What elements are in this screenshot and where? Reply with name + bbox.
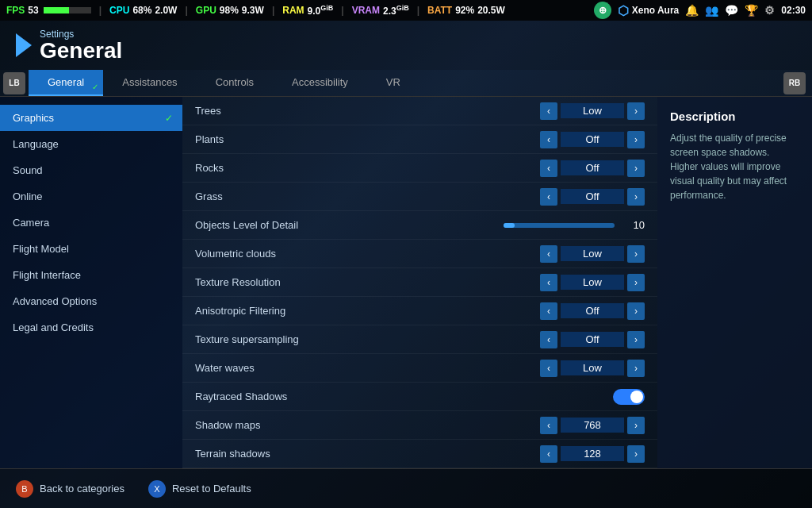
header-arrow-icon — [16, 33, 32, 57]
sidebar-item-flight-model[interactable]: Flight Model — [0, 236, 182, 262]
plants-next-btn[interactable]: › — [627, 131, 645, 148]
achievements-icon[interactable]: 🏆 — [745, 4, 758, 17]
chat-icon[interactable]: 💬 — [725, 4, 738, 17]
time: 02:30 — [781, 5, 806, 16]
settings-container: Settings General LB General ✓ Assistance… — [0, 21, 812, 508]
rocks-prev-btn[interactable]: ‹ — [540, 160, 557, 177]
texture-resolution-next-btn[interactable]: › — [627, 274, 645, 291]
water-waves-prev-btn[interactable]: ‹ — [540, 360, 557, 377]
rocks-next-btn[interactable]: › — [627, 160, 645, 177]
water-waves-value: Low — [561, 360, 624, 375]
sidebar-item-graphics[interactable]: Graphics — [0, 105, 182, 131]
setting-row-objects-lod: Objects Level of Detail 10 — [182, 211, 657, 240]
batt-percent: 92% — [455, 5, 474, 16]
setting-row-anisotropic: Anisotropic Filtering ‹ Off › — [182, 297, 657, 325]
people-icon[interactable]: 👥 — [705, 4, 718, 17]
tab-general[interactable]: General ✓ — [29, 70, 103, 96]
setting-row-grass: Grass ‹ Off › — [182, 183, 657, 211]
shadow-maps-prev-btn[interactable]: ‹ — [540, 417, 557, 434]
x-button-icon: X — [148, 480, 166, 498]
sidebar-item-advanced-options[interactable]: Advanced Options — [0, 288, 182, 314]
fps-label: FPS — [6, 5, 25, 16]
setting-control-water-waves: ‹ Low › — [540, 360, 645, 377]
hud-right: ⊕ ⬡ Xeno Aura 🔔 👥 💬 🏆 ⚙ 02:30 — [594, 2, 806, 19]
anisotropic-next-btn[interactable]: › — [627, 302, 645, 320]
texture-ss-prev-btn[interactable]: ‹ — [540, 331, 557, 348]
sidebar-item-camera[interactable]: Camera — [0, 210, 182, 236]
trees-prev-btn[interactable]: ‹ — [540, 102, 557, 120]
sidebar-item-flight-interface[interactable]: Flight Interface — [0, 262, 182, 288]
back-to-categories-label: Back to categories — [40, 483, 124, 495]
sidebar-item-legal-credits[interactable]: Legal and Credits — [0, 314, 182, 341]
setting-label-texture-resolution: Texture Resolution — [195, 276, 540, 288]
setting-label-rocks: Rocks — [195, 162, 540, 174]
sidebar-item-online[interactable]: Online — [0, 183, 182, 210]
anisotropic-prev-btn[interactable]: ‹ — [540, 302, 557, 320]
tab-accessibility[interactable]: Accessibility — [273, 70, 367, 96]
raytraced-shadows-toggle[interactable] — [613, 389, 645, 405]
reset-to-defaults-button[interactable]: X Reset to Defaults — [148, 480, 251, 498]
texture-resolution-value: Low — [561, 275, 624, 290]
plants-value: Off — [561, 132, 624, 147]
texture-ss-next-btn[interactable]: › — [627, 331, 645, 348]
sidebar: Graphics Language Sound Online Camera Fl… — [0, 97, 182, 468]
gpu-watts: 9.3W — [242, 5, 264, 16]
xbox-logo-icon: ⬡ — [618, 3, 629, 18]
setting-label-texture-ss: Texture supersampling — [195, 333, 540, 345]
objects-lod-slider-value: 10 — [621, 219, 645, 231]
shadow-maps-value: 768 — [561, 418, 624, 433]
lb-button[interactable]: LB — [3, 72, 25, 94]
plants-prev-btn[interactable]: ‹ — [540, 131, 557, 148]
water-waves-next-btn[interactable]: › — [627, 360, 645, 377]
setting-label-plants: Plants — [195, 133, 540, 145]
setting-control-anisotropic: ‹ Off › — [540, 302, 645, 320]
volumetric-clouds-prev-btn[interactable]: ‹ — [540, 245, 557, 263]
terrain-shadows-next-btn[interactable]: › — [627, 445, 645, 463]
tab-assistances[interactable]: Assistances — [103, 70, 196, 96]
rb-button[interactable]: RB — [783, 72, 806, 94]
grass-next-btn[interactable]: › — [627, 188, 645, 206]
sidebar-item-language[interactable]: Language — [0, 131, 182, 157]
header-text: Settings General — [40, 29, 122, 62]
grass-prev-btn[interactable]: ‹ — [540, 188, 557, 206]
sidebar-item-sound[interactable]: Sound — [0, 157, 182, 183]
back-to-categories-button[interactable]: B Back to categories — [16, 480, 124, 498]
settings-panel[interactable]: Trees ‹ Low › Plants ‹ Off › Rocks — [182, 97, 657, 468]
batt-label: BATT — [427, 5, 452, 16]
description-title: Description — [670, 110, 799, 123]
setting-row-rocks: Rocks ‹ Off › — [182, 154, 657, 183]
setting-control-trees: ‹ Low › — [540, 102, 645, 120]
shadow-maps-next-btn[interactable]: › — [627, 417, 645, 434]
ram-label: RAM — [282, 5, 304, 16]
setting-row-shadow-maps: Shadow maps ‹ 768 › — [182, 411, 657, 440]
setting-label-trees: Trees — [195, 105, 540, 117]
anisotropic-value: Off — [561, 303, 624, 318]
setting-control-texture-resolution: ‹ Low › — [540, 274, 645, 291]
volumetric-clouds-next-btn[interactable]: › — [627, 245, 645, 263]
terrain-shadows-prev-btn[interactable]: ‹ — [540, 445, 557, 463]
setting-row-plants: Plants ‹ Off › — [182, 125, 657, 154]
setting-row-terrain-shadows: Terrain shadows ‹ 128 › — [182, 440, 657, 468]
settings-icon[interactable]: ⚙ — [764, 4, 775, 17]
setting-label-raytraced-shadows: Raytraced Shadows — [195, 391, 613, 402]
page-title: General — [40, 40, 122, 62]
bell-icon[interactable]: 🔔 — [685, 4, 699, 17]
reset-to-defaults-label: Reset to Defaults — [172, 483, 251, 495]
objects-lod-slider-container: 10 — [504, 219, 645, 231]
objects-lod-slider-track[interactable] — [504, 223, 615, 228]
username: Xeno Aura — [632, 5, 680, 16]
trees-value: Low — [561, 103, 624, 118]
texture-resolution-prev-btn[interactable]: ‹ — [540, 274, 557, 291]
trees-next-btn[interactable]: › — [627, 102, 645, 120]
setting-row-volumetric-clouds: Volumetric clouds ‹ Low › — [182, 240, 657, 268]
setting-control-shadow-maps: ‹ 768 › — [540, 417, 645, 434]
xbox-icon[interactable]: ⊕ — [594, 2, 611, 19]
terrain-shadows-value: 128 — [561, 446, 624, 461]
objects-lod-slider-fill — [504, 223, 515, 228]
setting-control-texture-ss: ‹ Off › — [540, 331, 645, 348]
tab-controls[interactable]: Controls — [197, 70, 273, 96]
cpu-percent: 68% — [132, 5, 151, 16]
ram-value: 9.0GiB — [308, 4, 334, 17]
setting-control-rocks: ‹ Off › — [540, 160, 645, 177]
tab-vr[interactable]: VR — [367, 70, 419, 96]
